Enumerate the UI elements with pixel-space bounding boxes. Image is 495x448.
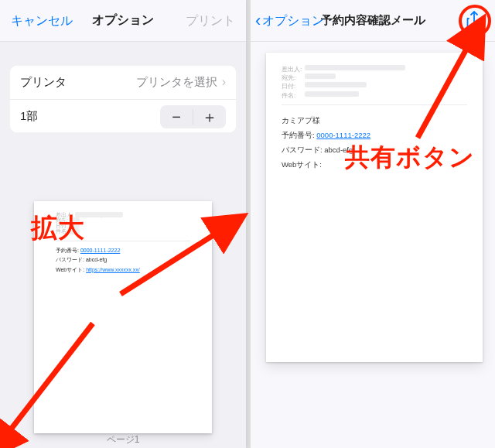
print-button-disabled: プリント <box>186 0 235 42</box>
right-navbar: ‹ オプション 予約内容確認メール <box>251 0 495 42</box>
copies-row: 1部 − ＋ <box>9 99 237 133</box>
copies-decrement-button[interactable]: − <box>160 105 193 128</box>
print-options-panel: キャンセル オプション プリント プリンタ プリンタを選択 › 1部 − ＋ 差… <box>0 0 246 448</box>
left-nav-title: オプション <box>92 12 154 29</box>
page-number-label: ページ1 <box>34 433 212 446</box>
share-button[interactable] <box>461 8 487 34</box>
right-nav-title: 予約内容確認メール <box>321 13 425 28</box>
copies-label: 1部 <box>20 109 160 124</box>
document-page[interactable]: 差出人: 宛先: 日付: 件名: カミアプ様 予約番号: 0000-1111-2… <box>266 53 483 362</box>
copies-stepper: − ＋ <box>160 105 226 128</box>
reservation-number-link[interactable]: 0000-1111-2222 <box>316 131 370 139</box>
back-button[interactable]: ‹ オプション <box>255 0 324 42</box>
document-preview-panel: ‹ オプション 予約内容確認メール 差出人: 宛先: 日付: 件名: カミアプ様… <box>251 0 495 448</box>
left-navbar: キャンセル オプション プリント <box>0 0 246 42</box>
printer-value: プリンタを選択 <box>136 75 217 90</box>
doc-greeting: カミアプ様 <box>282 113 467 128</box>
printer-row[interactable]: プリンタ プリンタを選択 › <box>9 65 237 99</box>
page-preview-thumbnail[interactable]: 差出人: xxxxxxxx@gmail.com 宛先: xxxx 日付: xxx… <box>34 201 212 433</box>
chevron-right-icon: › <box>222 75 226 89</box>
back-label: オプション <box>262 13 324 29</box>
share-icon <box>466 11 483 31</box>
cancel-button[interactable]: キャンセル <box>11 0 73 42</box>
chevron-left-icon: ‹ <box>255 12 261 29</box>
printer-label: プリンタ <box>20 75 136 90</box>
document-body: カミアプ様 予約番号: 0000-1111-2222 パスワード: abcd-e… <box>282 113 467 172</box>
preview-body: 予約番号: 0000-1111-2222 パスワード: abcd-efg Web… <box>56 246 190 275</box>
copies-increment-button[interactable]: ＋ <box>193 105 226 128</box>
print-settings-group: プリンタ プリンタを選択 › 1部 − ＋ <box>9 65 237 133</box>
